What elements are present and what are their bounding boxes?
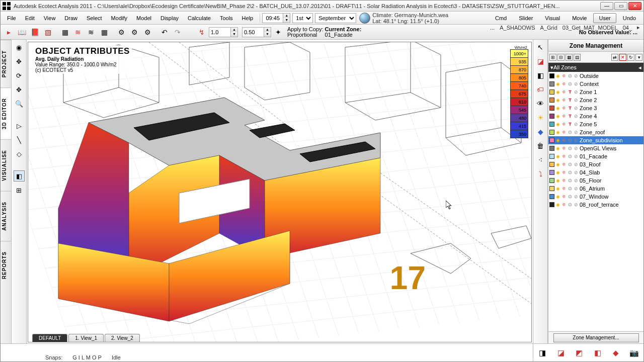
time-input[interactable]: ▲▼ <box>262 13 290 23</box>
trash-icon[interactable]: 🗑 <box>535 140 546 151</box>
zone-item[interactable]: ◉✲⏣⊘Context <box>548 80 643 88</box>
measure-icon[interactable]: ╲ <box>14 134 25 145</box>
arrow-icon[interactable]: ↖ <box>535 42 546 53</box>
chevron-right-icon[interactable]: ▸ <box>637 24 640 31</box>
tool4-icon[interactable]: ▤ <box>574 54 581 61</box>
open-icon[interactable]: ▸ <box>3 26 15 38</box>
zone-item[interactable]: ◉✲⏣⊘Zone_subdivision <box>548 136 643 144</box>
tab-visual[interactable]: Visual <box>539 13 566 23</box>
layers-icon[interactable]: ▦ <box>59 26 71 38</box>
vtab-project[interactable]: PROJECT <box>1 40 11 87</box>
menu-view[interactable]: View <box>39 13 60 23</box>
view-tab-1[interactable]: 1. View_1 <box>68 334 104 342</box>
zone-item[interactable]: ◉✲T⊘Zone 5 <box>548 120 643 128</box>
menu-modify[interactable]: Modify <box>107 13 132 23</box>
view-persp-icon[interactable]: ◆ <box>610 347 622 359</box>
zoom-icon[interactable]: 🔍 <box>14 98 25 109</box>
tag-icon[interactable]: 🏷 <box>535 84 546 95</box>
zone-item[interactable]: ◉✲⏣⊘04_Slab <box>548 168 643 176</box>
view-front-icon[interactable]: ◩ <box>573 347 585 359</box>
viewport[interactable]: OBJECT ATTRIBUTES Avg. Daily Radiation V… <box>28 42 532 342</box>
tab-user[interactable]: User <box>593 13 616 23</box>
day-select[interactable]: 1st <box>292 13 313 23</box>
menu-file[interactable]: File <box>3 13 21 23</box>
menu-tools[interactable]: Tools <box>215 13 237 23</box>
undo-icon[interactable]: ↶ <box>158 26 171 38</box>
tab-cmd[interactable]: Cmd <box>490 13 512 23</box>
collapse-icon[interactable]: ⊟ <box>557 54 565 61</box>
scale-a-input[interactable]: ▲▼ <box>209 27 238 37</box>
delete-icon[interactable]: ✕ <box>619 54 626 61</box>
camera-icon[interactable]: 📷 <box>628 347 640 359</box>
menu-display[interactable]: Display <box>156 13 183 23</box>
zone-item[interactable]: ◉✲⏣⊘07_Window <box>548 193 643 201</box>
zone-item[interactable]: ◉✲⏣⊘08_roof_terrace <box>548 201 643 209</box>
zone-icon[interactable]: ◪ <box>535 56 546 67</box>
move-icon[interactable]: ✥ <box>14 56 25 67</box>
zone-item[interactable]: ◉✲T⊘Zone 2 <box>548 96 643 104</box>
vtab-3d-editor[interactable]: 3D EDITOR <box>1 87 11 139</box>
axis-icon[interactable]: ✦ <box>272 26 284 38</box>
zone-item[interactable]: ◉✲⏣⊘06_Atrium <box>548 185 643 193</box>
view-iso-icon[interactable]: ◨ <box>536 347 548 359</box>
zone-item[interactable]: ◉✲⏣⊘Outside <box>548 72 643 80</box>
material-icon[interactable]: ◧ <box>535 70 546 81</box>
zone-item[interactable]: ◉✲T⊘Zone 1 <box>548 88 643 96</box>
redo-icon[interactable]: ↷ <box>172 26 184 38</box>
export-icon[interactable]: ⤵ <box>535 168 546 179</box>
box-icon[interactable]: ◆ <box>535 126 546 137</box>
stack-icon[interactable]: ≋ <box>85 26 97 38</box>
menu-help[interactable]: Help <box>237 13 258 23</box>
vtab-visualise[interactable]: VISUALISE <box>1 139 11 191</box>
zone-item[interactable]: ◉✲⏣⊘01_Facade <box>548 152 643 160</box>
month-select[interactable]: September <box>315 13 356 23</box>
zone-item[interactable]: ◉✲⏣⊘05_Floor <box>548 176 643 185</box>
stack-red-icon[interactable]: ≋ <box>72 26 84 38</box>
menu-calculate[interactable]: Calculate <box>183 13 215 23</box>
pan-icon[interactable]: ✥ <box>14 84 25 95</box>
wireframe-icon[interactable]: ⊞ <box>14 185 25 196</box>
menu-draw[interactable]: Draw <box>60 13 82 23</box>
menu-model[interactable]: Model <box>132 13 156 23</box>
vtab-analysis[interactable]: ANALYSIS <box>1 191 11 241</box>
tab-movie[interactable]: Movie <box>567 13 592 23</box>
view-side-icon[interactable]: ◧ <box>592 347 604 359</box>
close-button[interactable]: ✕ <box>628 2 641 10</box>
gear-icon[interactable]: ⚙ <box>115 26 127 38</box>
menu-select[interactable]: Select <box>82 13 107 23</box>
menu-edit[interactable]: Edit <box>21 13 39 23</box>
cube-icon[interactable]: ◧ <box>14 170 25 182</box>
sun-icon[interactable]: ☀ <box>535 112 546 123</box>
zone-item[interactable]: ◉✲⏣⊘OpenGL Views <box>548 144 643 152</box>
zone-item[interactable]: ◉✲⏣⊘03_Roof <box>548 160 643 168</box>
zone-item[interactable]: ◉✲⏣⊘Zone_roof <box>548 128 643 136</box>
view-tab-2[interactable]: 2. View_2 <box>105 334 140 342</box>
grid-icon[interactable]: ▦ <box>98 26 110 38</box>
minimize-button[interactable]: — <box>600 2 613 10</box>
pointer-icon[interactable]: ↯ <box>196 26 208 38</box>
book-open-icon[interactable]: 📖 <box>16 26 28 38</box>
down-icon[interactable]: ▾ <box>635 54 642 61</box>
graph-icon[interactable]: ⁖ <box>535 154 546 165</box>
vtab-reports[interactable]: REPORTS <box>1 241 11 289</box>
zone-item[interactable]: ◉✲T⊘Zone 3 <box>548 104 643 112</box>
gears-icon[interactable]: ⚙ <box>128 26 140 38</box>
view-top-icon[interactable]: ◪ <box>555 347 567 359</box>
page-icon[interactable]: ▧ <box>42 26 54 38</box>
eye-icon[interactable]: 👁 <box>535 98 546 109</box>
tab-slider[interactable]: Slider <box>513 13 538 23</box>
tab-undo[interactable]: Undo <box>617 13 641 23</box>
camera-icon[interactable]: ◉ <box>14 42 25 53</box>
expand-icon[interactable]: ⊞ <box>549 54 556 61</box>
tool3-icon[interactable]: ▦ <box>566 54 573 61</box>
book-icon[interactable]: 📕 <box>29 26 41 38</box>
node-icon[interactable]: ◇ <box>14 148 25 159</box>
calc-icon[interactable]: ⚙ <box>141 26 153 38</box>
maximize-button[interactable]: ▭ <box>614 2 627 10</box>
all-zones-header[interactable]: ▾ All Zones◂ <box>548 63 643 72</box>
zone-management-button[interactable]: Zone Management... <box>553 333 639 342</box>
rotate-icon[interactable]: ⟳ <box>14 70 25 81</box>
link-icon[interactable]: ⇄ <box>611 54 618 61</box>
select-icon[interactable]: ▷ <box>14 120 25 131</box>
view-tab-default[interactable]: DEFAULT <box>32 334 67 342</box>
